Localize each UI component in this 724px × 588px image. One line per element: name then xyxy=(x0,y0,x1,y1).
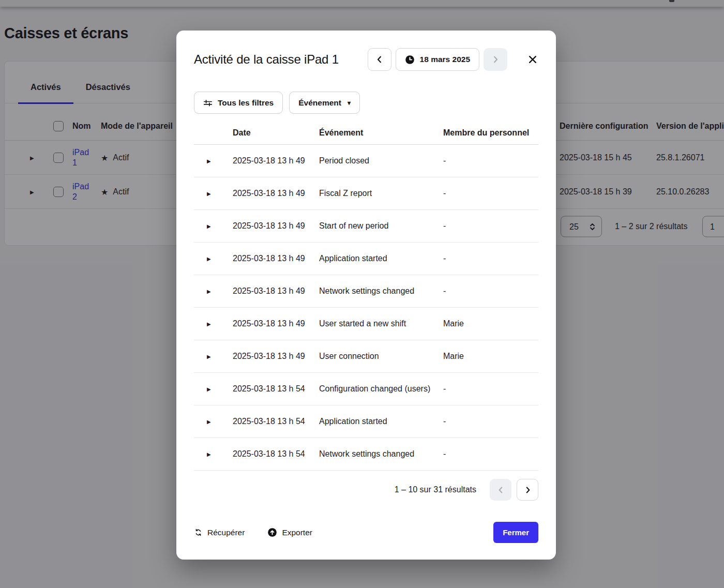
event-name: Start of new period xyxy=(319,221,443,231)
activity-table: Date Événement Membre du personnel ▶ 202… xyxy=(194,121,538,471)
export-button[interactable]: Exporter xyxy=(267,527,312,537)
expand-row-icon[interactable]: ▶ xyxy=(194,223,233,229)
expand-row-icon[interactable]: ▶ xyxy=(194,321,233,327)
modal-header: Activité de la caisse iPad 1 18 mars 202… xyxy=(176,31,556,71)
all-filters-button[interactable]: Tous les filtres xyxy=(194,92,283,114)
column-event: Événement xyxy=(319,128,443,138)
event-name: Configuration changed (users) xyxy=(319,384,443,394)
refresh-label: Récupérer xyxy=(207,528,245,537)
event-row: ▶ 2025-03-18 13 h 49 Period closed - xyxy=(194,145,538,177)
close-icon xyxy=(527,54,538,65)
event-date: 2025-03-18 13 h 54 xyxy=(233,417,319,426)
event-name: Application started xyxy=(319,417,443,426)
event-member: Marie xyxy=(443,319,538,328)
event-row: ▶ 2025-03-18 13 h 49 Fiscal Z report - xyxy=(194,177,538,210)
event-date: 2025-03-18 13 h 49 xyxy=(233,221,319,231)
expand-row-icon[interactable]: ▶ xyxy=(194,419,233,425)
event-name: Application started xyxy=(319,254,443,263)
expand-row-icon[interactable]: ▶ xyxy=(194,386,233,392)
chevron-right-icon xyxy=(491,55,500,64)
date-label: 18 mars 2025 xyxy=(420,55,470,64)
expand-row-icon[interactable]: ▶ xyxy=(194,451,233,457)
event-member: - xyxy=(443,156,538,165)
event-member: - xyxy=(443,189,538,198)
column-member: Membre du personnel xyxy=(443,128,538,138)
expand-row-icon[interactable]: ▶ xyxy=(194,191,233,197)
close-modal-button[interactable] xyxy=(525,52,540,67)
event-date: 2025-03-18 13 h 49 xyxy=(233,352,319,361)
event-date: 2025-03-18 13 h 49 xyxy=(233,156,319,165)
event-date: 2025-03-18 13 h 54 xyxy=(233,384,319,394)
event-member: - xyxy=(443,449,538,459)
event-member: - xyxy=(443,287,538,296)
next-day-button[interactable] xyxy=(484,48,507,71)
chevron-left-icon xyxy=(496,486,505,494)
refresh-button[interactable]: Récupérer xyxy=(194,528,245,537)
event-name: User connection xyxy=(319,352,443,361)
chevron-right-icon xyxy=(523,486,532,494)
event-row: ▶ 2025-03-18 13 h 49 Start of new period… xyxy=(194,210,538,243)
event-name: Fiscal Z report xyxy=(319,189,443,198)
event-member: - xyxy=(443,254,538,263)
event-row: ▶ 2025-03-18 13 h 49 Application started… xyxy=(194,243,538,275)
event-date: 2025-03-18 13 h 49 xyxy=(233,254,319,263)
expand-row-icon[interactable]: ▶ xyxy=(194,289,233,294)
date-navigation: 18 mars 2025 xyxy=(368,48,540,71)
date-picker-button[interactable]: 18 mars 2025 xyxy=(396,48,479,71)
event-row: ▶ 2025-03-18 13 h 54 Application started… xyxy=(194,405,538,438)
export-label: Exporter xyxy=(282,528,312,537)
next-page-button[interactable] xyxy=(517,479,538,501)
event-name: Network settings changed xyxy=(319,449,443,459)
expand-row-icon[interactable]: ▶ xyxy=(194,256,233,262)
event-filter-button[interactable]: Événement ▾ xyxy=(289,92,360,114)
expand-row-icon[interactable]: ▶ xyxy=(194,158,233,164)
expand-row-icon[interactable]: ▶ xyxy=(194,354,233,359)
event-member: - xyxy=(443,221,538,231)
event-member: Marie xyxy=(443,352,538,361)
modal-pagination: 1 – 10 sur 31 résultats xyxy=(194,479,538,501)
results-count: 1 – 10 sur 31 résultats xyxy=(395,485,476,494)
event-filter-label: Événement xyxy=(298,98,341,108)
refresh-icon xyxy=(194,528,203,537)
event-date: 2025-03-18 13 h 49 xyxy=(233,189,319,198)
event-row: ▶ 2025-03-18 13 h 49 Network settings ch… xyxy=(194,275,538,308)
event-member: - xyxy=(443,417,538,426)
export-icon xyxy=(267,527,277,537)
event-name: User started a new shift xyxy=(319,319,443,328)
event-row: ▶ 2025-03-18 13 h 54 Configuration chang… xyxy=(194,373,538,405)
modal-title: Activité de la caisse iPad 1 xyxy=(194,52,339,67)
caret-down-icon: ▾ xyxy=(348,99,351,107)
event-member: - xyxy=(443,384,538,394)
previous-page-button[interactable] xyxy=(490,479,511,501)
event-row: ▶ 2025-03-18 13 h 49 User started a new … xyxy=(194,308,538,340)
previous-day-button[interactable] xyxy=(368,48,391,71)
event-date: 2025-03-18 13 h 54 xyxy=(233,449,319,459)
column-date: Date xyxy=(233,128,319,138)
event-date: 2025-03-18 13 h 49 xyxy=(233,287,319,296)
sliders-icon xyxy=(203,99,213,107)
event-row: ▶ 2025-03-18 13 h 54 Network settings ch… xyxy=(194,438,538,471)
close-button[interactable]: Fermer xyxy=(493,522,538,543)
event-name: Period closed xyxy=(319,156,443,165)
chevron-left-icon xyxy=(375,55,384,64)
event-date: 2025-03-18 13 h 49 xyxy=(233,319,319,328)
activity-table-header: Date Événement Membre du personnel xyxy=(194,121,538,145)
all-filters-label: Tous les filtres xyxy=(218,98,274,108)
event-row: ▶ 2025-03-18 13 h 49 User connection Mar… xyxy=(194,340,538,373)
clock-icon xyxy=(405,55,415,65)
event-name: Network settings changed xyxy=(319,287,443,296)
filters-bar: Tous les filtres Événement ▾ xyxy=(194,92,556,114)
modal-footer: Récupérer Exporter Fermer xyxy=(176,522,556,543)
activity-modal: Activité de la caisse iPad 1 18 mars 202… xyxy=(176,31,556,560)
